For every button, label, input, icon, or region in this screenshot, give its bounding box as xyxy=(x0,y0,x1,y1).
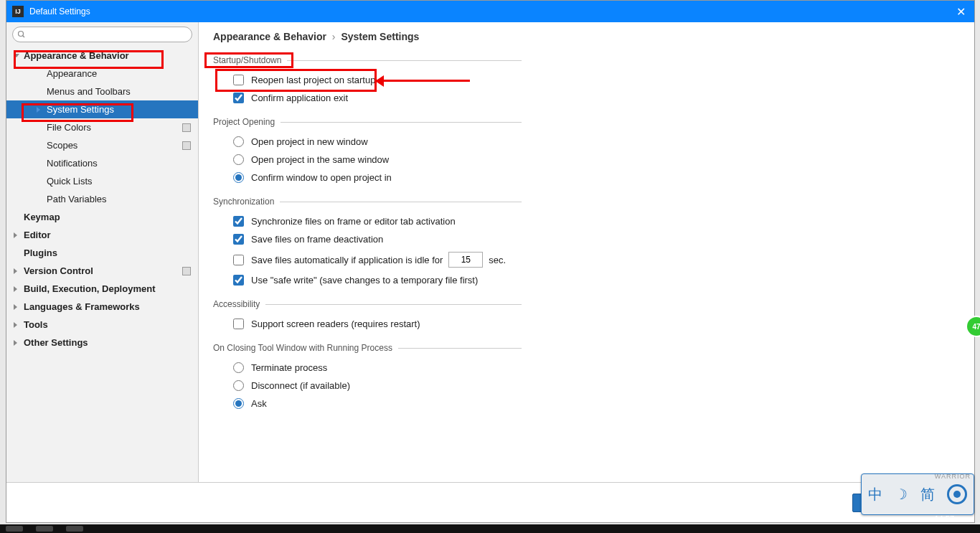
settings-tree: Appearance & BehaviorAppearanceMenus and… xyxy=(6,47,198,352)
radio-new-window[interactable] xyxy=(233,136,244,147)
sidebar-item-quick-lists[interactable]: Quick Lists xyxy=(6,172,198,190)
sidebar-item-label: Notifications xyxy=(47,158,98,169)
radio-terminate[interactable] xyxy=(233,362,244,373)
opt-sync-frame[interactable]: Synchronize files on frame or editor tab… xyxy=(213,212,522,230)
checkbox-reopen[interactable] xyxy=(233,75,244,85)
chevron-right-icon xyxy=(37,107,40,113)
taskbar-icon[interactable] xyxy=(6,526,23,532)
ime-tag: WARRIOR xyxy=(935,473,971,480)
sidebar-item-file-colors[interactable]: File Colors xyxy=(6,118,198,136)
opt-open-same-window[interactable]: Open project in the same window xyxy=(213,151,522,169)
chevron-right-icon: › xyxy=(332,31,336,42)
taskbar-icon[interactable] xyxy=(36,526,53,532)
sidebar-item-label: File Colors xyxy=(47,122,91,133)
opt-terminate[interactable]: Terminate process xyxy=(213,359,522,377)
sidebar-item-system-settings[interactable]: System Settings xyxy=(6,100,198,118)
section-opening-title: Project Opening xyxy=(213,117,522,127)
sidebar-item-label: Keymap xyxy=(24,212,60,222)
checkbox-safe-write[interactable] xyxy=(233,275,244,286)
sidebar-item-appearance[interactable]: Appearance xyxy=(6,65,198,82)
chevron-right-icon xyxy=(14,232,17,238)
sidebar-item-languages-frameworks[interactable]: Languages & Frameworks xyxy=(6,298,198,316)
sidebar-item-label: Tools xyxy=(24,319,48,330)
sidebar-item-tools[interactable]: Tools xyxy=(6,316,198,334)
dialog-footer: OK Cancel xyxy=(6,482,974,522)
sidebar-item-label: Editor xyxy=(24,230,51,240)
project-badge-icon xyxy=(182,141,191,150)
app-icon: IJ xyxy=(12,6,24,17)
close-icon[interactable]: ✕ xyxy=(953,5,969,19)
sidebar-item-notifications[interactable]: Notifications xyxy=(6,154,198,172)
sidebar-item-other-settings[interactable]: Other Settings xyxy=(6,334,198,352)
window-title: Default Settings xyxy=(29,6,953,16)
taskbar[interactable] xyxy=(0,524,980,533)
project-badge-icon xyxy=(182,267,191,275)
breadcrumb: Appearance & Behavior › System Settings xyxy=(213,31,960,42)
sidebar-item-label: Languages & Frameworks xyxy=(24,301,140,312)
moon-icon[interactable]: ☽ xyxy=(895,486,908,503)
gear-icon[interactable] xyxy=(947,484,967,504)
checkbox-screen-readers[interactable] xyxy=(233,319,244,329)
breadcrumb-current: System Settings xyxy=(341,31,419,42)
sidebar-item-label: Appearance xyxy=(47,68,97,79)
search-input[interactable] xyxy=(12,27,192,42)
radio-confirm-open[interactable] xyxy=(233,172,244,183)
breadcrumb-parent[interactable]: Appearance & Behavior xyxy=(213,31,326,42)
sidebar-item-menus-and-toolbars[interactable]: Menus and Toolbars xyxy=(6,82,198,100)
radio-same-window[interactable] xyxy=(233,154,244,165)
radio-ask[interactable] xyxy=(233,398,244,409)
sidebar-item-label: Build, Execution, Deployment xyxy=(24,283,155,294)
opt-reopen-last-project[interactable]: Reopen last project on startup xyxy=(213,71,522,89)
opt-disconnect[interactable]: Disconnect (if available) xyxy=(213,377,522,395)
sidebar-item-version-control[interactable]: Version Control xyxy=(6,262,198,280)
sidebar-item-path-variables[interactable]: Path Variables xyxy=(6,190,198,208)
opt-save-idle[interactable]: Save files automatically if application … xyxy=(213,248,522,271)
opt-save-deactivation[interactable]: Save files on frame deactivation xyxy=(213,230,522,248)
checkbox-save-idle[interactable] xyxy=(233,255,244,265)
checkbox-sync-frame[interactable] xyxy=(233,216,244,227)
project-badge-icon xyxy=(182,123,191,132)
ime-lang[interactable]: 中 xyxy=(868,485,882,504)
opt-safe-write[interactable]: Use "safe write" (save changes to a temp… xyxy=(213,271,522,289)
section-sync-title: Synchronization xyxy=(213,197,522,207)
opt-confirm-exit[interactable]: Confirm application exit xyxy=(213,89,522,107)
opt-ask[interactable]: Ask xyxy=(213,395,522,412)
checkbox-save-deact[interactable] xyxy=(233,234,244,245)
sidebar-item-label: Quick Lists xyxy=(47,176,93,187)
titlebar[interactable]: IJ Default Settings ✕ xyxy=(6,1,974,22)
sidebar-item-label: Path Variables xyxy=(47,194,107,204)
chevron-right-icon xyxy=(14,340,17,346)
sidebar: Appearance & BehaviorAppearanceMenus and… xyxy=(6,22,199,482)
sidebar-item-label: Other Settings xyxy=(24,337,88,348)
section-closing-title: On Closing Tool Window with Running Proc… xyxy=(213,343,522,353)
taskbar-icon[interactable] xyxy=(66,526,83,532)
sidebar-item-appearance-behavior[interactable]: Appearance & Behavior xyxy=(6,47,198,65)
sidebar-item-label: System Settings xyxy=(47,104,114,115)
ime-mode[interactable]: 简 xyxy=(920,485,935,504)
sidebar-item-editor[interactable]: Editor xyxy=(6,226,198,244)
chevron-right-icon xyxy=(14,268,17,274)
sidebar-item-scopes[interactable]: Scopes xyxy=(6,136,198,154)
checkbox-confirm-exit[interactable] xyxy=(233,93,244,103)
content-panel: Appearance & Behavior › System Settings … xyxy=(199,22,974,482)
section-startup-title: Startup/Shutdown xyxy=(213,55,522,65)
sidebar-item-plugins[interactable]: Plugins xyxy=(6,244,198,262)
chevron-right-icon xyxy=(14,322,17,328)
sidebar-item-keymap[interactable]: Keymap xyxy=(6,208,198,226)
radio-disconnect[interactable] xyxy=(233,380,244,391)
sidebar-item-label: Scopes xyxy=(47,140,77,151)
chevron-right-icon xyxy=(14,304,17,310)
system-clock: 14:57 xyxy=(934,514,954,523)
opt-confirm-open[interactable]: Confirm window to open project in xyxy=(213,169,522,187)
ime-widget[interactable]: WARRIOR 中 ☽ 简 xyxy=(861,473,974,515)
settings-window: IJ Default Settings ✕ Appearance & Behav… xyxy=(6,0,975,523)
idle-seconds-input[interactable] xyxy=(448,252,483,268)
chevron-down-icon xyxy=(14,54,19,57)
sidebar-item-build-execution-deployment[interactable]: Build, Execution, Deployment xyxy=(6,280,198,298)
sidebar-item-label: Menus and Toolbars xyxy=(47,86,131,97)
opt-screen-readers[interactable]: Support screen readers (requires restart… xyxy=(213,315,522,333)
sidebar-item-label: Plugins xyxy=(24,247,57,258)
opt-open-new-window[interactable]: Open project in new window xyxy=(213,133,522,151)
sidebar-item-label: Version Control xyxy=(24,265,93,276)
chevron-right-icon xyxy=(14,286,17,292)
